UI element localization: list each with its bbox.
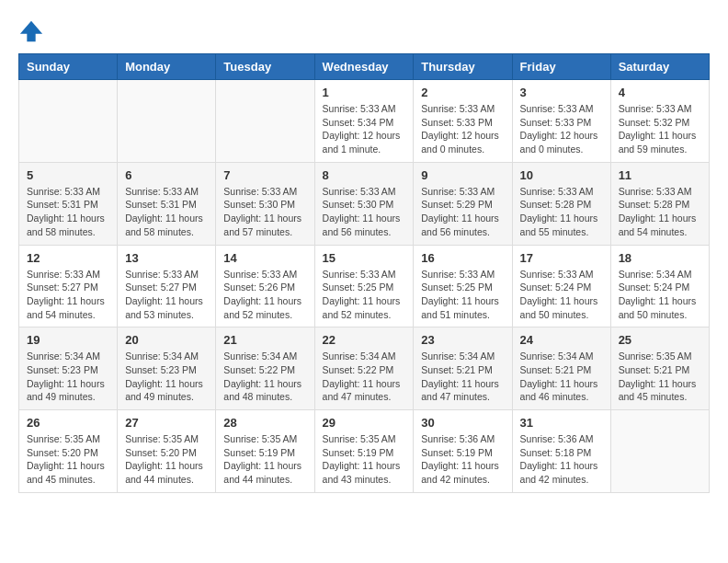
logo-icon <box>18 18 44 44</box>
day-number: 28 <box>223 416 306 430</box>
day-info: Sunrise: 5:36 AM Sunset: 5:18 PM Dayligh… <box>520 432 603 487</box>
day-info: Sunrise: 5:35 AM Sunset: 5:20 PM Dayligh… <box>27 432 109 487</box>
logo <box>18 18 48 44</box>
day-info: Sunrise: 5:34 AM Sunset: 5:22 PM Dayligh… <box>223 350 306 404</box>
day-info: Sunrise: 5:33 AM Sunset: 5:30 PM Dayligh… <box>223 185 306 239</box>
weekday-header: Wednesday <box>314 54 414 80</box>
calendar-cell: 23Sunrise: 5:34 AM Sunset: 5:21 PM Dayli… <box>414 327 512 410</box>
day-info: Sunrise: 5:33 AM Sunset: 5:31 PM Dayligh… <box>27 185 109 239</box>
calendar-cell: 4Sunrise: 5:33 AM Sunset: 5:32 PM Daylig… <box>610 80 709 163</box>
day-info: Sunrise: 5:33 AM Sunset: 5:29 PM Dayligh… <box>421 185 504 239</box>
day-info: Sunrise: 5:33 AM Sunset: 5:33 PM Dayligh… <box>520 102 603 156</box>
calendar-cell: 31Sunrise: 5:36 AM Sunset: 5:18 PM Dayli… <box>512 410 610 493</box>
calendar-cell: 22Sunrise: 5:34 AM Sunset: 5:22 PM Dayli… <box>314 327 414 410</box>
calendar-cell <box>216 80 314 163</box>
calendar-cell: 18Sunrise: 5:34 AM Sunset: 5:24 PM Dayli… <box>610 245 709 327</box>
day-number: 26 <box>27 416 109 430</box>
day-info: Sunrise: 5:36 AM Sunset: 5:19 PM Dayligh… <box>421 432 504 487</box>
day-number: 1 <box>323 86 406 99</box>
day-info: Sunrise: 5:33 AM Sunset: 5:27 PM Dayligh… <box>27 268 109 322</box>
day-info: Sunrise: 5:33 AM Sunset: 5:26 PM Dayligh… <box>223 268 306 322</box>
day-info: Sunrise: 5:35 AM Sunset: 5:19 PM Dayligh… <box>223 432 306 487</box>
calendar-cell: 12Sunrise: 5:33 AM Sunset: 5:27 PM Dayli… <box>19 245 118 327</box>
day-info: Sunrise: 5:35 AM Sunset: 5:20 PM Dayligh… <box>125 432 208 487</box>
calendar-cell: 14Sunrise: 5:33 AM Sunset: 5:26 PM Dayli… <box>216 245 314 327</box>
day-info: Sunrise: 5:33 AM Sunset: 5:28 PM Dayligh… <box>619 185 701 239</box>
day-info: Sunrise: 5:33 AM Sunset: 5:25 PM Dayligh… <box>323 268 406 322</box>
calendar-cell: 21Sunrise: 5:34 AM Sunset: 5:22 PM Dayli… <box>216 327 314 410</box>
weekday-header: Sunday <box>19 54 118 80</box>
day-number: 2 <box>421 86 504 99</box>
calendar-cell <box>610 410 709 493</box>
day-number: 14 <box>223 251 306 265</box>
calendar-cell: 10Sunrise: 5:33 AM Sunset: 5:28 PM Dayli… <box>512 162 610 245</box>
calendar-cell: 25Sunrise: 5:35 AM Sunset: 5:21 PM Dayli… <box>610 327 709 410</box>
calendar-week-row: 5Sunrise: 5:33 AM Sunset: 5:31 PM Daylig… <box>19 162 710 245</box>
calendar-cell: 7Sunrise: 5:33 AM Sunset: 5:30 PM Daylig… <box>216 162 314 245</box>
day-number: 10 <box>520 168 603 182</box>
day-info: Sunrise: 5:34 AM Sunset: 5:21 PM Dayligh… <box>520 350 603 404</box>
day-number: 8 <box>323 168 406 182</box>
day-number: 25 <box>619 333 701 347</box>
calendar-cell: 17Sunrise: 5:33 AM Sunset: 5:24 PM Dayli… <box>512 245 610 327</box>
calendar-cell: 24Sunrise: 5:34 AM Sunset: 5:21 PM Dayli… <box>512 327 610 410</box>
day-info: Sunrise: 5:33 AM Sunset: 5:24 PM Dayligh… <box>520 268 603 322</box>
day-number: 24 <box>520 333 603 347</box>
calendar-cell <box>19 80 118 163</box>
day-number: 6 <box>125 168 208 182</box>
day-number: 12 <box>27 251 109 265</box>
day-number: 16 <box>421 251 504 265</box>
day-number: 7 <box>223 168 306 182</box>
day-info: Sunrise: 5:34 AM Sunset: 5:24 PM Dayligh… <box>619 268 701 322</box>
calendar-cell <box>118 80 216 163</box>
day-number: 5 <box>27 168 109 182</box>
calendar-cell: 30Sunrise: 5:36 AM Sunset: 5:19 PM Dayli… <box>414 410 512 493</box>
calendar-header-row: SundayMondayTuesdayWednesdayThursdayFrid… <box>19 54 710 80</box>
weekday-header: Tuesday <box>216 54 314 80</box>
weekday-header: Thursday <box>414 54 512 80</box>
day-number: 23 <box>421 333 504 347</box>
calendar-cell: 1Sunrise: 5:33 AM Sunset: 5:34 PM Daylig… <box>314 80 414 163</box>
calendar-cell: 19Sunrise: 5:34 AM Sunset: 5:23 PM Dayli… <box>19 327 118 410</box>
day-number: 13 <box>125 251 208 265</box>
calendar-cell: 2Sunrise: 5:33 AM Sunset: 5:33 PM Daylig… <box>414 80 512 163</box>
day-info: Sunrise: 5:33 AM Sunset: 5:34 PM Dayligh… <box>323 102 406 156</box>
day-info: Sunrise: 5:33 AM Sunset: 5:33 PM Dayligh… <box>421 102 504 156</box>
day-number: 3 <box>520 86 603 99</box>
calendar-cell: 16Sunrise: 5:33 AM Sunset: 5:25 PM Dayli… <box>414 245 512 327</box>
weekday-header: Saturday <box>610 54 709 80</box>
day-number: 22 <box>323 333 406 347</box>
svg-marker-0 <box>20 21 42 41</box>
day-number: 17 <box>520 251 603 265</box>
calendar-week-row: 1Sunrise: 5:33 AM Sunset: 5:34 PM Daylig… <box>19 80 710 163</box>
calendar-cell: 15Sunrise: 5:33 AM Sunset: 5:25 PM Dayli… <box>314 245 414 327</box>
day-number: 21 <box>223 333 306 347</box>
calendar-cell: 9Sunrise: 5:33 AM Sunset: 5:29 PM Daylig… <box>414 162 512 245</box>
day-number: 27 <box>125 416 208 430</box>
calendar-cell: 29Sunrise: 5:35 AM Sunset: 5:19 PM Dayli… <box>314 410 414 493</box>
calendar-cell: 26Sunrise: 5:35 AM Sunset: 5:20 PM Dayli… <box>19 410 118 493</box>
day-number: 30 <box>421 416 504 430</box>
calendar-cell: 3Sunrise: 5:33 AM Sunset: 5:33 PM Daylig… <box>512 80 610 163</box>
day-number: 11 <box>619 168 701 182</box>
day-info: Sunrise: 5:33 AM Sunset: 5:31 PM Dayligh… <box>125 185 208 239</box>
calendar-cell: 11Sunrise: 5:33 AM Sunset: 5:28 PM Dayli… <box>610 162 709 245</box>
calendar-cell: 27Sunrise: 5:35 AM Sunset: 5:20 PM Dayli… <box>118 410 216 493</box>
day-number: 18 <box>619 251 701 265</box>
day-number: 4 <box>619 86 701 99</box>
page-header <box>18 18 710 44</box>
calendar-week-row: 26Sunrise: 5:35 AM Sunset: 5:20 PM Dayli… <box>19 410 710 493</box>
day-info: Sunrise: 5:34 AM Sunset: 5:23 PM Dayligh… <box>27 350 109 404</box>
day-info: Sunrise: 5:34 AM Sunset: 5:22 PM Dayligh… <box>323 350 406 404</box>
day-info: Sunrise: 5:33 AM Sunset: 5:25 PM Dayligh… <box>421 268 504 322</box>
weekday-header: Monday <box>118 54 216 80</box>
day-number: 29 <box>323 416 406 430</box>
calendar-cell: 5Sunrise: 5:33 AM Sunset: 5:31 PM Daylig… <box>19 162 118 245</box>
day-number: 9 <box>421 168 504 182</box>
day-info: Sunrise: 5:33 AM Sunset: 5:32 PM Dayligh… <box>619 102 701 156</box>
day-number: 19 <box>27 333 109 347</box>
day-info: Sunrise: 5:35 AM Sunset: 5:21 PM Dayligh… <box>619 350 701 404</box>
weekday-header: Friday <box>512 54 610 80</box>
day-info: Sunrise: 5:35 AM Sunset: 5:19 PM Dayligh… <box>323 432 406 487</box>
calendar-cell: 6Sunrise: 5:33 AM Sunset: 5:31 PM Daylig… <box>118 162 216 245</box>
